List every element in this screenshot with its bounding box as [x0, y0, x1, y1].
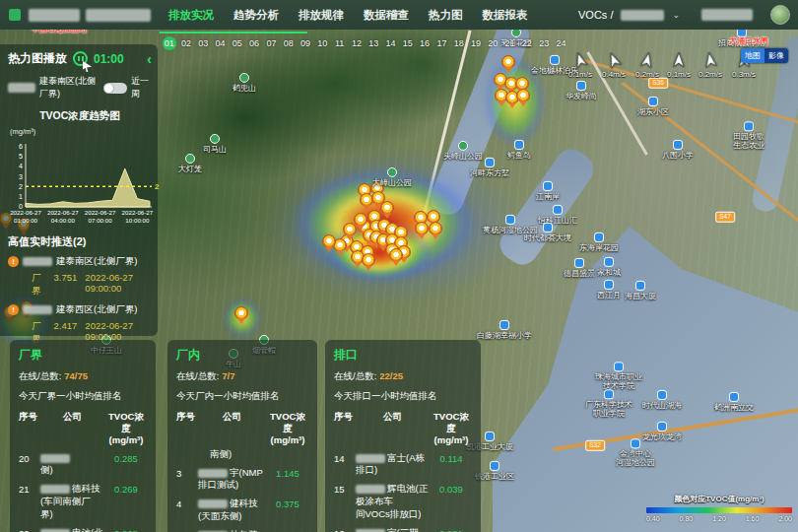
timeline-hour[interactable]: 20 — [485, 35, 501, 50]
nav-emission-pattern[interactable]: 排放规律 — [299, 8, 344, 23]
map-poi-label: 金湾中心 河湿地公园 — [616, 438, 655, 467]
timeline-hour-label: 22 — [519, 38, 535, 48]
poi-icon — [648, 97, 658, 106]
map-marker-pin[interactable] — [389, 248, 403, 262]
vocs-selected-value-redacted[interactable] — [621, 10, 664, 21]
nav-data-audit[interactable]: 数据稽查 — [364, 8, 409, 23]
poi-icon — [543, 181, 553, 191]
wind-arrow-icon — [602, 48, 625, 71]
poi-icon — [514, 140, 524, 150]
row-rank: 14 — [334, 452, 356, 466]
nav-data-report[interactable]: 数据报表 — [483, 8, 528, 23]
timeline-hour[interactable]: 03 — [195, 35, 212, 50]
basemap-map-button[interactable]: 地图 — [741, 48, 765, 63]
basemap-image-button[interactable]: 影像 — [765, 48, 788, 63]
panel-title: 厂内 — [176, 347, 309, 364]
timeline-hour[interactable]: 19 — [467, 35, 484, 50]
timeline-hour[interactable]: 04 — [212, 35, 229, 50]
outlet-panel: 排口 在线/总数:22/25 今天排口一小时均值排名 序号 公司 TVOC浓度(… — [325, 340, 481, 532]
timeline-hour[interactable]: 05 — [229, 35, 245, 50]
timeline-hour[interactable]: 16 — [416, 35, 432, 50]
timeline-hour[interactable]: 10 — [314, 35, 331, 50]
timeline-hour[interactable]: 07 — [263, 35, 280, 50]
poi-icon — [604, 257, 614, 267]
timeline-hour[interactable]: 15 — [399, 35, 416, 50]
timeline-hour[interactable]: 08 — [280, 35, 297, 50]
timeline-hour[interactable]: 06 — [245, 35, 262, 50]
chevron-down-icon[interactable]: ⌄ — [672, 10, 680, 20]
factory-boundary-panel: 厂界 在线/总数:74/75 今天厂界一小时均值排名 序号 公司 TVOC浓度(… — [10, 340, 156, 532]
panel-title: 排口 — [334, 347, 473, 364]
map-marker-pin[interactable] — [362, 253, 375, 267]
online-value: 74/75 — [64, 370, 88, 381]
table-row[interactable]: 22 电池(北侧厂界) 0.268 — [19, 527, 148, 532]
timeline-hour[interactable]: 18 — [450, 35, 467, 50]
timeline-hour[interactable]: 24 — [553, 35, 569, 50]
map-marker-pin[interactable] — [354, 213, 367, 227]
map-marker-pin[interactable] — [234, 306, 248, 320]
timeline-hour[interactable]: 01 — [161, 35, 177, 50]
panel-collapse-chevron-icon[interactable]: ‹ — [147, 52, 152, 66]
pause-button[interactable] — [73, 51, 88, 66]
poi-label-text: 金湾中心 河湿地公园 — [616, 449, 655, 467]
map-marker-pin[interactable] — [429, 222, 442, 235]
timeline-hour[interactable]: 21 — [501, 35, 518, 50]
map-marker-pin[interactable] — [343, 223, 357, 236]
wind-indicator: 0.4m/s — [597, 51, 631, 79]
online-count: 在线/总数:22/25 — [334, 370, 473, 383]
poi-icon — [594, 233, 604, 242]
alert-item[interactable]: ! 建泰南区(北侧厂界) 厂界 3.751 2022-06-27 09:00:0… — [8, 255, 152, 298]
nav-trend-analysis[interactable]: 趋势分析 — [233, 8, 279, 23]
timeline-hour[interactable]: 23 — [536, 35, 553, 50]
high-value-push-title: 高值实时推送(2) — [8, 234, 152, 249]
map-marker-pin[interactable] — [380, 201, 394, 215]
online-label: 在线/总数: — [334, 370, 376, 381]
nav-heatmap[interactable]: 热力图 — [429, 8, 463, 23]
timeline-hour[interactable]: 11 — [331, 35, 348, 50]
map-marker-pin[interactable] — [322, 234, 336, 248]
legend-gradient-bar — [646, 507, 792, 513]
map-marker-pin[interactable] — [415, 222, 429, 235]
table-row[interactable]: 3 宇(NMP排口测试) 1.145 — [176, 467, 309, 493]
alert-icon: ! — [8, 304, 19, 315]
table-row[interactable]: 21 德科技(车间南侧厂 界) 0.269 — [19, 483, 148, 520]
timeline-hour-label: 19 — [468, 38, 484, 48]
nav-emission-live[interactable]: 排放实况 — [168, 8, 214, 23]
table-row[interactable]: 20 侧) 0.285 — [19, 452, 148, 478]
table-row[interactable]: 15 辉电池(正极涂布车 间VOCs排放口) 0.039 — [334, 483, 473, 520]
wind-speed: 0.3m/s — [732, 70, 756, 79]
alert-time: 2022-06-27 09:00:00 — [85, 272, 152, 298]
table-row[interactable]: 14 富士(A栋排口) 0.114 — [334, 452, 473, 478]
col-company: 公司 — [356, 411, 430, 446]
legend-title: 颜色对应TVOC值(mg/m³) — [646, 494, 792, 504]
table-row[interactable]: 4 健科技(天面东侧) 0.375 — [176, 498, 309, 523]
row-value: 0.269 — [104, 483, 148, 497]
poi-label-text: 江南岸 — [536, 192, 560, 201]
timeline-hour-label: 15 — [400, 38, 416, 48]
timeline-hour[interactable]: 09 — [297, 35, 313, 50]
company-name-redacted — [23, 305, 52, 314]
range-toggle[interactable] — [103, 83, 127, 94]
map-marker-pin[interactable] — [516, 89, 530, 102]
playback-progress-bar[interactable] — [160, 32, 307, 33]
poi-label-text: 家和城 — [597, 268, 621, 277]
online-label: 在线/总数: — [176, 370, 219, 381]
timeline-hour[interactable]: 13 — [366, 35, 382, 50]
avatar[interactable] — [770, 5, 790, 25]
timeline-hour[interactable]: 22 — [518, 35, 535, 50]
map-red-label: 大涌口水闸 — [729, 36, 768, 45]
timeline-hour[interactable]: 02 — [177, 35, 194, 50]
playback-header: 热力图播放 01:00 ‹ — [8, 50, 152, 67]
timeline-hour[interactable]: 17 — [433, 35, 450, 50]
row-company: 健科技(天面东侧) — [198, 498, 266, 523]
map-marker-pin[interactable] — [501, 55, 515, 69]
timeline-hour[interactable]: 12 — [348, 35, 365, 50]
alert-type: 厂界 — [32, 272, 46, 298]
table-row[interactable]: 16 宇(三期NMP排放 口) 0.031 — [334, 527, 473, 532]
table-body: 20 侧) 0.285 21 德科技(车间南侧厂 界) 0.269 22 电池(… — [19, 452, 148, 532]
timeline-hour[interactable]: 14 — [382, 35, 399, 50]
poi-icon — [729, 392, 739, 402]
wind-speed: 0.2m/s — [635, 70, 659, 79]
wrapped-row-fragment: 南侧) — [210, 448, 309, 461]
poi-label-text: 时代山湖海 — [642, 401, 682, 410]
